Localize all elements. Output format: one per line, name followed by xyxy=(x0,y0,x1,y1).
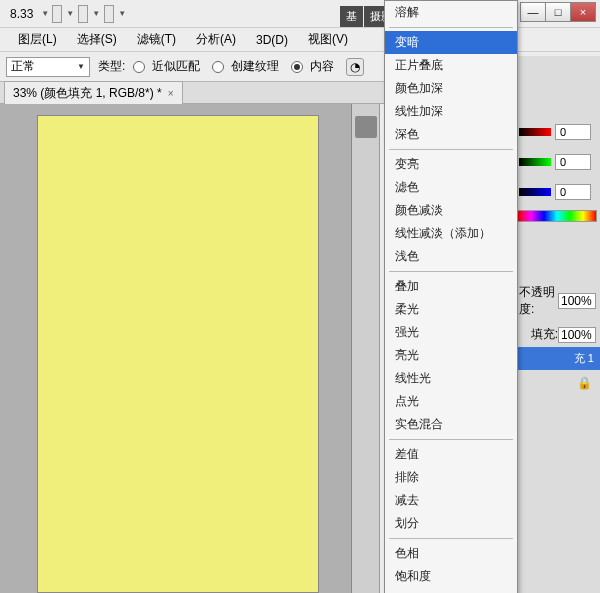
type-label: 类型: xyxy=(98,58,125,75)
bm-divide[interactable]: 划分 xyxy=(385,512,517,535)
window-controls: — □ × xyxy=(521,2,596,22)
brush-settings-icon[interactable]: ◔ xyxy=(346,58,364,76)
bm-color-burn[interactable]: 颜色加深 xyxy=(385,77,517,100)
b-slider[interactable] xyxy=(519,188,551,196)
bm-linear-burn[interactable]: 线性加深 xyxy=(385,100,517,123)
maximize-button[interactable]: □ xyxy=(545,2,571,22)
bm-lighten[interactable]: 变亮 xyxy=(385,153,517,176)
bm-saturation[interactable]: 饱和度 xyxy=(385,565,517,588)
bm-color-dodge[interactable]: 颜色减淡 xyxy=(385,199,517,222)
document-tab[interactable]: 33% (颜色填充 1, RGB/8*) * × xyxy=(4,81,183,105)
dropdown-icon: ▼ xyxy=(77,62,85,71)
bm-darken[interactable]: 变暗 xyxy=(385,31,517,54)
bm-difference[interactable]: 差值 xyxy=(385,443,517,466)
g-input[interactable] xyxy=(555,154,591,170)
canvas-viewport xyxy=(0,104,352,593)
canvas[interactable] xyxy=(38,116,318,592)
lock-icon[interactable]: 🔒 xyxy=(515,370,600,396)
bm-lighter-color[interactable]: 浅色 xyxy=(385,245,517,268)
radio-approx[interactable] xyxy=(133,61,145,73)
bm-hard-light[interactable]: 强光 xyxy=(385,321,517,344)
tab-essentials[interactable]: 基 xyxy=(340,6,363,27)
menu-layer[interactable]: 图层(L) xyxy=(8,28,67,51)
extras-icon[interactable]: ▼ xyxy=(102,3,126,25)
bm-linear-light[interactable]: 线性光 xyxy=(385,367,517,390)
zoom-dropdown-icon[interactable]: ▼ xyxy=(41,9,49,18)
bm-hue[interactable]: 色相 xyxy=(385,542,517,565)
g-slider[interactable] xyxy=(519,158,551,166)
tab-close-icon[interactable]: × xyxy=(168,88,174,99)
bm-pin-light[interactable]: 点光 xyxy=(385,390,517,413)
zoom-level[interactable]: 8.33 xyxy=(4,5,39,23)
radio-create-label[interactable]: 创建纹理 xyxy=(231,58,279,75)
bm-screen[interactable]: 滤色 xyxy=(385,176,517,199)
bm-color[interactable]: 颜色 xyxy=(385,588,517,593)
screen-mode-icon[interactable]: ▼ xyxy=(76,3,100,25)
dock-icon-1[interactable] xyxy=(355,116,377,138)
r-input[interactable] xyxy=(555,124,591,140)
menu-view[interactable]: 视图(V) xyxy=(298,28,358,51)
right-panel: 不透明度: 填充: 充 1 🔒 xyxy=(514,56,600,593)
menu-filter[interactable]: 滤镜(T) xyxy=(127,28,186,51)
bm-overlay[interactable]: 叠加 xyxy=(385,275,517,298)
radio-content[interactable] xyxy=(291,61,303,73)
bm-multiply[interactable]: 正片叠底 xyxy=(385,54,517,77)
arrange-icon[interactable]: ▼ xyxy=(50,3,74,25)
fill-label: 填充: xyxy=(531,326,558,343)
blend-mode-select[interactable]: 正常 ▼ xyxy=(6,57,90,77)
panel-dock xyxy=(352,104,380,593)
menu-analysis[interactable]: 分析(A) xyxy=(186,28,246,51)
bm-vivid-light[interactable]: 亮光 xyxy=(385,344,517,367)
bm-soft-light[interactable]: 柔光 xyxy=(385,298,517,321)
b-input[interactable] xyxy=(555,184,591,200)
menu-3d[interactable]: 3D(D) xyxy=(246,30,298,50)
radio-content-label[interactable]: 内容 xyxy=(310,58,334,75)
spectrum-bar[interactable] xyxy=(517,210,597,222)
bm-darker-color[interactable]: 深色 xyxy=(385,123,517,146)
blend-mode-menu: 溶解 变暗 正片叠底 颜色加深 线性加深 深色 变亮 滤色 颜色减淡 线性减淡（… xyxy=(384,0,518,593)
bm-linear-dodge[interactable]: 线性减淡（添加） xyxy=(385,222,517,245)
radio-create[interactable] xyxy=(212,61,224,73)
radio-approx-label[interactable]: 近似匹配 xyxy=(152,58,200,75)
bm-hard-mix[interactable]: 实色混合 xyxy=(385,413,517,436)
opacity-label: 不透明度: xyxy=(519,284,558,318)
close-button[interactable]: × xyxy=(570,2,596,22)
document-title: 33% (颜色填充 1, RGB/8*) * xyxy=(13,85,162,102)
r-slider[interactable] xyxy=(519,128,551,136)
blend-mode-value: 正常 xyxy=(11,58,35,75)
layer-item[interactable]: 充 1 xyxy=(515,347,600,370)
fill-input[interactable] xyxy=(558,327,596,343)
bm-dissolve[interactable]: 溶解 xyxy=(385,1,517,24)
minimize-button[interactable]: — xyxy=(520,2,546,22)
opacity-input[interactable] xyxy=(558,293,596,309)
bm-subtract[interactable]: 减去 xyxy=(385,489,517,512)
bm-exclusion[interactable]: 排除 xyxy=(385,466,517,489)
menu-select[interactable]: 选择(S) xyxy=(67,28,127,51)
